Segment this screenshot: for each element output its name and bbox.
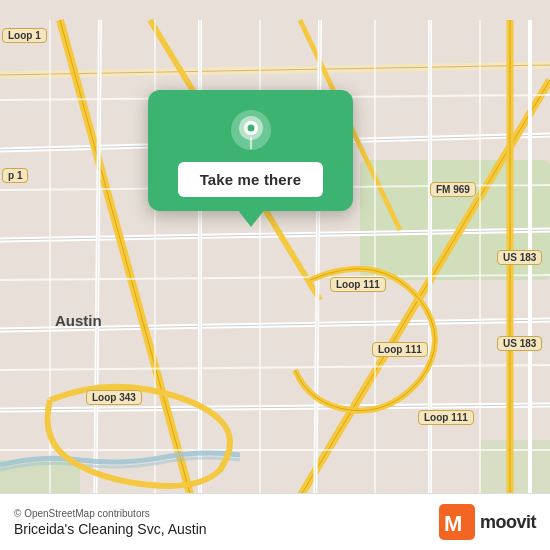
location-name: Briceida's Cleaning Svc, Austin: [14, 521, 207, 537]
moovit-logo: M moovit: [439, 504, 536, 540]
road-label-loop343: Loop 343: [86, 390, 142, 405]
bottom-info: © OpenStreetMap contributors Briceida's …: [14, 508, 207, 537]
popup-card: Take me there: [148, 90, 353, 211]
road-label-us183a: US 183: [497, 250, 542, 265]
road-label-loop111a: Loop 111: [330, 277, 386, 292]
take-me-there-button[interactable]: Take me there: [178, 162, 324, 197]
map-attribution: © OpenStreetMap contributors: [14, 508, 207, 519]
road-label-loop1: Loop 1: [2, 28, 47, 43]
svg-point-44: [247, 125, 254, 132]
city-label-austin: Austin: [55, 312, 102, 329]
location-pin-icon: [229, 108, 273, 152]
road-label-us183b: US 183: [497, 336, 542, 351]
road-label-loop111c: Loop 111: [418, 410, 474, 425]
map-background: [0, 0, 550, 550]
moovit-brand-text: moovit: [480, 512, 536, 533]
map-container: Loop 1 p 1 FM 969 Loop 111 Loop 111 Loop…: [0, 0, 550, 550]
bottom-bar: © OpenStreetMap contributors Briceida's …: [0, 493, 550, 550]
road-label-p1: p 1: [2, 168, 28, 183]
svg-text:M: M: [444, 511, 462, 536]
road-label-fm969: FM 969: [430, 182, 476, 197]
road-label-loop111b: Loop 111: [372, 342, 428, 357]
